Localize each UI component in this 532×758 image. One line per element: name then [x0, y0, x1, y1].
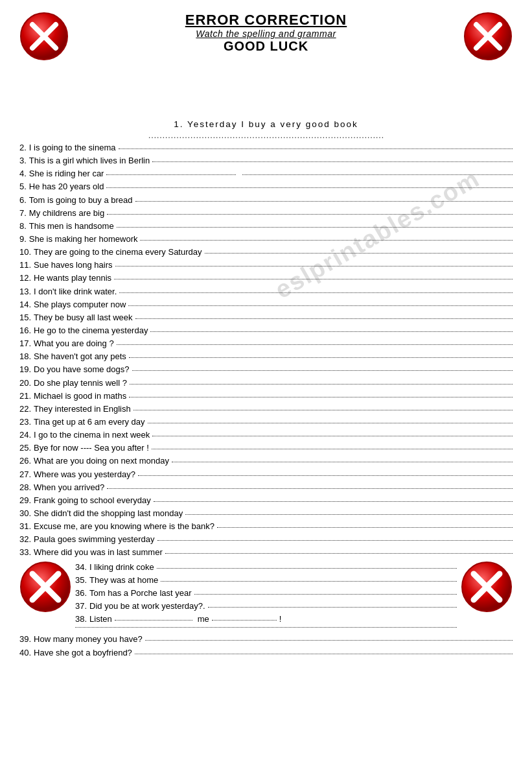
main-title: ERROR CORRECTION [75, 12, 457, 29]
header-icons: ERROR CORRECTION Watch the spelling and … [19, 12, 513, 64]
q-content: Tina get up at 6 am every day [34, 416, 145, 429]
q-answer-line [130, 384, 513, 385]
q-content: What are you doing on next monday [34, 455, 169, 468]
q-content: She is riding her car [29, 167, 104, 180]
list-item: 14. She plays computer now [19, 298, 513, 311]
q-content: Frank going to school everyday [34, 494, 151, 507]
q-content: Michael is good in maths [34, 390, 126, 403]
list-item: 15. They be busy all last week [19, 311, 513, 324]
q-content: She plays computer now [34, 298, 126, 311]
q-answer-line [135, 201, 513, 202]
q-answer-line [157, 540, 513, 541]
list-item: 19. Do you have some dogs? [19, 363, 513, 376]
list-item: 40. Have she got a boyfriend? [19, 646, 513, 660]
q-content: This is a girl which lives in Berlin [29, 154, 150, 167]
q-answer-line [129, 357, 513, 358]
list-item: 37. Did you be at work yesterday?. [75, 600, 457, 613]
q-num: 22. [19, 403, 31, 416]
q-answer-line [217, 527, 513, 528]
q-num: 8. [19, 220, 27, 233]
q-num: 19. [19, 363, 31, 376]
q-answer-line [128, 305, 513, 306]
list-item: 34. I liking drink coke [75, 561, 457, 574]
header: ERROR CORRECTION Watch the spelling and … [19, 12, 513, 64]
q-answer-line [172, 462, 513, 462]
q-num: 30. [19, 507, 31, 520]
q-num: 20. [19, 377, 31, 390]
list-item: 30. She didn't did the shopping last mon… [19, 507, 513, 520]
q-answer-line [107, 488, 513, 489]
list-item: 22. They interested in English [19, 403, 513, 416]
list-item: 33. Where did you was in last summer [19, 546, 513, 559]
q-answer-line [145, 640, 513, 641]
svg-line-4 [476, 25, 500, 48]
list-item: 5. He has 20 years old [19, 180, 513, 193]
list-item: 9. She is making her homework [19, 233, 513, 246]
final-questions: 39. How many money you have? 40. Have sh… [19, 633, 513, 660]
q-answer-line [185, 514, 513, 515]
header-center: ERROR CORRECTION Watch the spelling and … [69, 12, 463, 54]
question-list: 2. I is going to the sinema 3. This is a… [19, 141, 513, 560]
list-item: 29. Frank going to school everyday [19, 494, 513, 507]
q-content: Bye for now ---- Sea you after ! [34, 442, 149, 455]
q-answer-line [119, 148, 513, 149]
q-num: 28. [19, 481, 31, 494]
q-answer-line [148, 423, 513, 423]
q-answer-line [205, 253, 513, 254]
q-content: Excuse me, are you knowing where is the … [34, 520, 214, 533]
page: eslprintables.com [0, 0, 532, 758]
q-answer-line [157, 568, 457, 569]
q-answer-line [140, 240, 513, 241]
q-num: 12. [19, 272, 31, 285]
q-content: They be busy all last week [34, 311, 132, 324]
q-content: When you arrived? [34, 481, 104, 494]
q-content: They are going to the cinema every Satur… [34, 246, 202, 259]
q-num: 39. [19, 633, 31, 646]
list-item: 11. Sue haves long hairs [19, 259, 513, 272]
list-item: 16. He go to the cinema yesterday [19, 324, 513, 337]
good-luck: GOOD LUCK [75, 39, 457, 54]
q-content: They was at home [89, 574, 158, 587]
q-answer-line [212, 620, 277, 621]
q-num: 10. [19, 246, 31, 259]
list-item: 18. She haven't got any pets [19, 350, 513, 363]
q-num: 3. [19, 154, 27, 167]
q-content: Where was you yesterday? [34, 468, 135, 481]
question-1-text: 1. Yesterday I buy a very good book [19, 119, 513, 129]
q-content: How many money you have? [34, 633, 143, 646]
q-content: Have she got a boyfriend? [34, 646, 132, 660]
list-item: 39. How many money you have? [19, 633, 513, 646]
q-answer-line [114, 279, 513, 279]
svg-point-0 [21, 13, 67, 60]
svg-line-2 [32, 25, 56, 48]
q-content: I liking drink coke [89, 561, 154, 574]
q-content: I go to the cinema in next week [34, 429, 150, 442]
q-content: He wants play tennis [34, 272, 111, 285]
q-content: Tom has a Porche last year [89, 587, 192, 600]
x-icon-bottom-left [19, 561, 71, 615]
q-num: 23. [19, 416, 31, 429]
q-answer-line [115, 620, 192, 621]
list-item: 28. When you arrived? [19, 481, 513, 494]
q-answer-line [208, 607, 457, 608]
q-num: 18. [19, 350, 31, 363]
list-item: 20. Do she play tennis well ? [19, 377, 513, 390]
q-answer-line [119, 292, 513, 293]
q-answer-line [106, 187, 513, 188]
q-num: 11. [19, 259, 31, 272]
q-num: 31. [19, 520, 31, 533]
list-item: 35. They was at home [75, 574, 457, 587]
list-item: 2. I is going to the sinema [19, 141, 513, 154]
q-num: 16. [19, 324, 31, 337]
list-item: 25. Bye for now ---- Sea you after ! [19, 442, 513, 455]
q-content: Did you be at work yesterday?. [89, 600, 205, 613]
x-icon-left [19, 12, 69, 64]
x-icon-right [463, 12, 513, 64]
q-num: 21. [19, 390, 31, 403]
q-num: 15. [19, 311, 31, 324]
svg-line-1 [32, 25, 56, 48]
q-content: This men is handsome [29, 220, 114, 233]
q-content: Where did you was in last summer [34, 546, 163, 559]
list-item: 27. Where was you yesterday? [19, 468, 513, 481]
q-answer-line [138, 475, 513, 476]
